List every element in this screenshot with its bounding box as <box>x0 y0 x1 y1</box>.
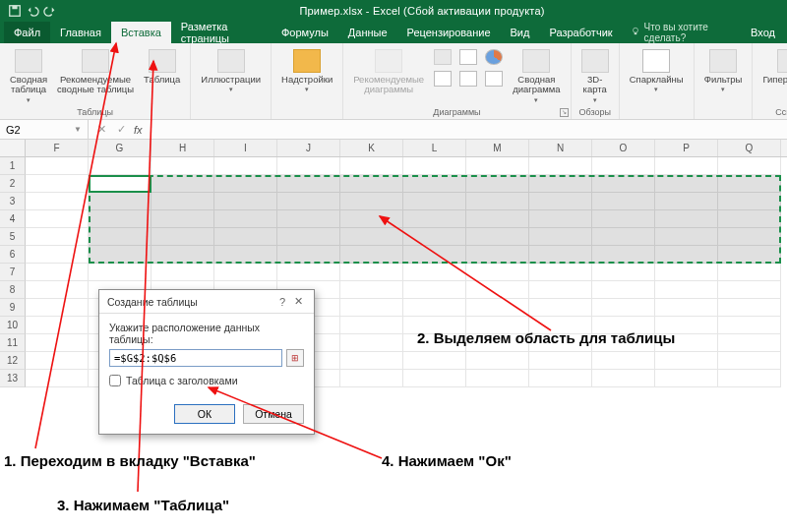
cell[interactable] <box>214 210 277 228</box>
sparklines-button[interactable]: Спарклайны <box>626 47 688 95</box>
cell[interactable] <box>718 264 781 281</box>
cancel-button[interactable]: Отмена <box>243 404 304 424</box>
cell[interactable] <box>340 175 403 193</box>
cell[interactable] <box>529 228 592 246</box>
cell[interactable] <box>592 264 655 281</box>
row-header[interactable]: 3 <box>0 193 26 210</box>
cell[interactable] <box>151 210 214 228</box>
3d-map-button[interactable]: 3D- карта <box>577 47 613 106</box>
cell[interactable] <box>655 352 718 370</box>
cell[interactable] <box>718 193 781 210</box>
cell[interactable] <box>592 228 655 246</box>
col-header[interactable]: J <box>277 140 340 156</box>
col-header[interactable]: G <box>89 140 151 156</box>
area-chart-button[interactable] <box>455 69 481 90</box>
cell[interactable] <box>529 299 592 317</box>
cell[interactable] <box>340 210 403 228</box>
col-header[interactable]: N <box>529 140 592 156</box>
cell[interactable] <box>340 228 403 246</box>
cell[interactable] <box>277 193 340 210</box>
cell[interactable] <box>89 264 151 281</box>
cell[interactable] <box>655 193 718 210</box>
cell[interactable] <box>403 299 466 317</box>
sign-in-link[interactable]: Вход <box>739 22 787 43</box>
cell[interactable] <box>26 299 89 317</box>
cell[interactable] <box>718 334 781 352</box>
col-header[interactable]: Q <box>718 140 781 156</box>
cell[interactable] <box>466 264 529 281</box>
cell[interactable] <box>89 210 151 228</box>
cell[interactable] <box>529 175 592 193</box>
range-picker-icon[interactable]: ⊞ <box>286 349 304 367</box>
tell-me-search[interactable]: Что вы хотите сделать? <box>623 22 740 43</box>
cell[interactable] <box>151 157 214 175</box>
enter-formula-icon[interactable]: ✓ <box>114 123 128 136</box>
cell[interactable] <box>466 299 529 317</box>
cell[interactable] <box>214 175 277 193</box>
cell[interactable] <box>655 299 718 317</box>
cell[interactable] <box>151 193 214 210</box>
cell[interactable] <box>403 228 466 246</box>
cell[interactable] <box>26 264 89 281</box>
cell[interactable] <box>655 264 718 281</box>
cell[interactable] <box>592 281 655 299</box>
cell[interactable] <box>214 157 277 175</box>
tab-home[interactable]: Главная <box>50 22 111 43</box>
cell[interactable] <box>592 157 655 175</box>
cell[interactable] <box>26 175 89 193</box>
cell[interactable] <box>655 157 718 175</box>
cell[interactable] <box>655 246 718 264</box>
cell[interactable] <box>655 281 718 299</box>
redo-icon[interactable] <box>43 4 57 18</box>
col-header[interactable]: F <box>26 140 89 156</box>
cell[interactable] <box>592 210 655 228</box>
col-chart-button[interactable] <box>430 47 455 69</box>
cell[interactable] <box>214 228 277 246</box>
cell[interactable] <box>718 352 781 370</box>
cell[interactable] <box>403 175 466 193</box>
cell[interactable] <box>655 210 718 228</box>
cell[interactable] <box>403 281 466 299</box>
cell[interactable] <box>403 246 466 264</box>
row-header[interactable]: 11 <box>0 334 26 352</box>
cell[interactable] <box>529 264 592 281</box>
cell[interactable] <box>151 228 214 246</box>
dialog-help-icon[interactable]: ? <box>274 296 290 308</box>
charts-launcher[interactable]: ↘ <box>560 108 569 117</box>
col-header[interactable]: M <box>466 140 529 156</box>
row-header[interactable]: 5 <box>0 228 26 246</box>
cell[interactable] <box>89 193 151 210</box>
cell[interactable] <box>718 210 781 228</box>
cell[interactable] <box>26 193 89 210</box>
cell[interactable] <box>214 193 277 210</box>
line-chart-button[interactable] <box>455 47 481 69</box>
cell[interactable] <box>466 370 529 387</box>
cell[interactable] <box>26 210 89 228</box>
tab-developer[interactable]: Разработчик <box>539 22 622 43</box>
cell[interactable] <box>340 246 403 264</box>
cell[interactable] <box>466 157 529 175</box>
cell[interactable] <box>655 175 718 193</box>
pivot-chart-button[interactable]: Сводная диаграмма <box>509 47 565 106</box>
filters-button[interactable]: Фильтры <box>700 47 747 95</box>
cell[interactable] <box>277 264 340 281</box>
cell[interactable] <box>466 210 529 228</box>
cell[interactable] <box>655 370 718 387</box>
cell[interactable] <box>277 175 340 193</box>
col-header[interactable]: I <box>214 140 277 156</box>
ok-button[interactable]: ОК <box>174 404 235 424</box>
tab-page-layout[interactable]: Разметка страницы <box>171 22 272 43</box>
cell[interactable] <box>592 352 655 370</box>
cell[interactable] <box>89 228 151 246</box>
cell[interactable] <box>466 352 529 370</box>
cell[interactable] <box>718 317 781 334</box>
row-header[interactable]: 8 <box>0 281 26 299</box>
row-header[interactable]: 2 <box>0 175 26 193</box>
cell[interactable] <box>529 210 592 228</box>
cell[interactable] <box>340 352 403 370</box>
cell[interactable] <box>26 281 89 299</box>
save-icon[interactable] <box>8 4 22 18</box>
tab-data[interactable]: Данные <box>338 22 397 43</box>
cell[interactable] <box>340 193 403 210</box>
cell[interactable] <box>592 370 655 387</box>
